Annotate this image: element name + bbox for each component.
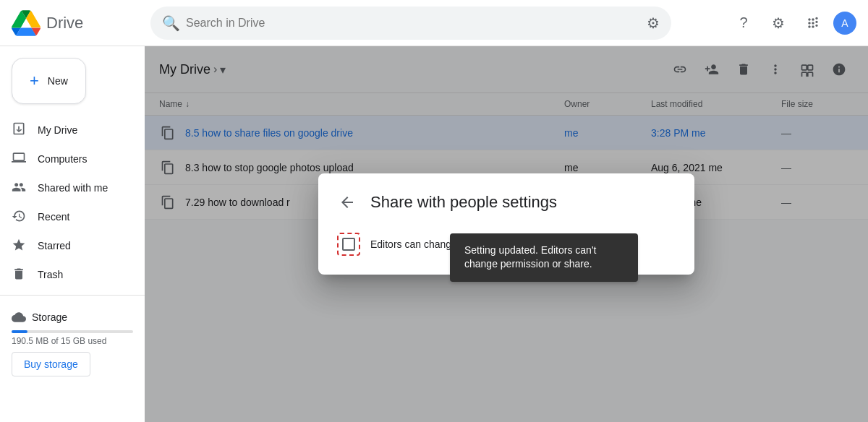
user-avatar[interactable]: A <box>833 12 856 35</box>
sidebar-item-shared[interactable]: Shared with me <box>0 173 139 202</box>
toast-message: Setting updated. Editors can't change pe… <box>464 244 596 270</box>
sidebar: + New My Drive Computers Shared with me <box>0 46 145 422</box>
sidebar-divider <box>0 295 145 296</box>
storage-bar-bg <box>12 330 133 333</box>
permission-checkbox[interactable] <box>342 238 355 251</box>
search-bar[interactable]: 🔍 ⚙ <box>150 7 671 40</box>
main-layout: + New My Drive Computers Shared with me <box>0 46 868 422</box>
starred-icon <box>12 238 26 254</box>
storage-usage-text: 190.5 MB of 15 GB used <box>12 336 133 346</box>
toast-notification: Setting updated. Editors can't change pe… <box>450 233 638 282</box>
buy-storage-button[interactable]: Buy storage <box>12 352 90 376</box>
sidebar-item-label: Recent <box>38 211 69 223</box>
storage-label-row: Storage <box>12 310 133 324</box>
back-button[interactable] <box>336 191 359 214</box>
settings-button[interactable]: ⚙ <box>764 9 793 38</box>
help-button[interactable]: ? <box>729 9 758 38</box>
filter-icon[interactable]: ⚙ <box>647 14 660 32</box>
main-content: My Drive › ▾ <box>145 46 868 422</box>
sidebar-item-starred[interactable]: Starred <box>0 231 139 260</box>
new-button[interactable]: + New <box>12 58 86 104</box>
trash-icon <box>12 267 26 283</box>
app-title: Drive <box>46 14 83 33</box>
logo-area: Drive <box>12 9 142 38</box>
sidebar-item-label: My Drive <box>38 124 77 136</box>
sidebar-item-label: Starred <box>38 240 71 251</box>
shared-icon <box>12 180 26 197</box>
dialog-title: Share with people settings <box>370 193 557 212</box>
sidebar-item-label: Shared with me <box>38 182 108 194</box>
sidebar-item-computers[interactable]: Computers <box>0 145 139 173</box>
my-drive-icon <box>12 121 26 139</box>
computers-icon <box>12 150 26 168</box>
storage-section: Storage 190.5 MB of 15 GB used Buy stora… <box>0 301 145 391</box>
sidebar-item-trash[interactable]: Trash <box>0 260 139 289</box>
header-right: ? ⚙ A <box>729 9 856 38</box>
storage-bar-fill <box>12 330 27 333</box>
storage-icon <box>12 310 26 324</box>
dialog-header: Share with people settings <box>336 191 677 214</box>
sidebar-item-my-drive[interactable]: My Drive <box>0 116 139 145</box>
search-icon: 🔍 <box>162 14 180 32</box>
checkbox-wrapper <box>336 231 362 257</box>
sidebar-item-recent[interactable]: Recent <box>0 202 139 231</box>
app-header: Drive 🔍 ⚙ ? ⚙ A <box>0 0 868 46</box>
sidebar-item-label: Computers <box>38 153 87 165</box>
storage-label: Storage <box>32 311 67 323</box>
share-settings-dialog: Share with people settings Editors can c… <box>318 173 694 275</box>
plus-icon: + <box>30 72 39 90</box>
apps-button[interactable] <box>799 9 827 38</box>
drive-logo-icon <box>12 9 41 38</box>
search-input[interactable] <box>186 17 641 30</box>
new-button-label: New <box>48 75 68 87</box>
sidebar-item-label: Trash <box>38 269 63 280</box>
recent-icon <box>12 209 26 225</box>
